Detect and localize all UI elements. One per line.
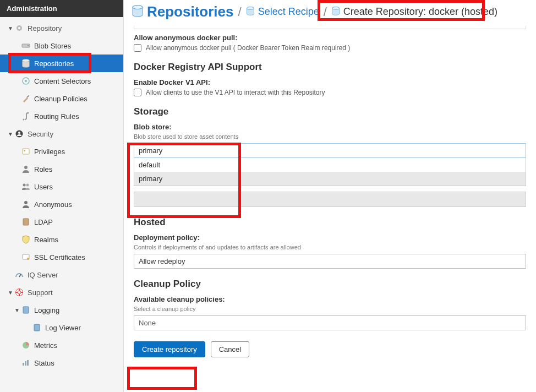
svg-rect-21 <box>23 219 29 225</box>
sidebar-item-cleanup-policies[interactable]: Cleanup Policies <box>0 90 123 107</box>
deployment-policy-select[interactable]: Allow redeploy <box>134 254 526 269</box>
blob-store-option-default[interactable]: default <box>134 158 526 172</box>
sidebar-item-repositories[interactable]: Repositories <box>0 55 123 72</box>
notebook-icon <box>32 323 42 332</box>
users-icon <box>21 182 31 191</box>
enable-v1-checkbox-label: Allow clients to use the V1 API to inter… <box>146 89 325 96</box>
gear-icon <box>14 24 24 32</box>
database-icon <box>246 7 255 17</box>
svg-rect-30 <box>23 363 24 366</box>
cleanup-policies-select[interactable]: None <box>134 315 526 330</box>
sidebar-item-status[interactable]: Status <box>0 354 123 372</box>
breadcrumb: Repositories / Select Recipe / Create Re… <box>124 0 536 26</box>
caret-down-icon: ▼ <box>13 307 21 313</box>
svg-point-26 <box>18 291 21 294</box>
sidebar-item-roles[interactable]: Roles <box>0 160 123 178</box>
barchart-icon <box>21 358 31 367</box>
svg-line-24 <box>19 274 21 277</box>
blob-store-desc: Blob store used to store asset contents <box>134 133 526 140</box>
meter-icon <box>14 270 24 279</box>
sidebar-item-blob-stores[interactable]: Blob Stores <box>0 37 123 55</box>
sidebar-item-routing-rules[interactable]: Routing Rules <box>0 107 123 125</box>
blob-store-dropdown: default primary <box>134 158 526 186</box>
caret-down-icon: ▼ <box>7 131 14 137</box>
strict-validation-row <box>134 192 526 207</box>
database-icon <box>132 5 144 19</box>
svg-rect-27 <box>23 307 29 313</box>
svg-rect-32 <box>27 360 29 366</box>
lifesaver-icon <box>14 288 24 297</box>
blob-store-option-primary[interactable]: primary <box>134 172 526 186</box>
sidebar-item-content-selectors[interactable]: Content Selectors <box>0 72 123 90</box>
notebook-icon <box>21 306 31 314</box>
svg-rect-16 <box>24 150 25 151</box>
hosted-heading: Hosted <box>134 217 526 228</box>
book-icon <box>21 217 31 226</box>
svg-point-19 <box>26 184 29 187</box>
main-panel: Repositories / Select Recipe / Create Re… <box>124 0 536 392</box>
sidebar-item-anonymous[interactable]: Anonymous <box>0 195 123 213</box>
enable-v1-label: Enable Docker V1 API: <box>134 78 526 86</box>
anon-pull-checkbox[interactable] <box>134 44 141 52</box>
piechart-icon <box>21 341 31 350</box>
api-support-heading: Docker Registry API Support <box>134 62 526 73</box>
target-icon <box>21 77 31 85</box>
blob-store-select[interactable] <box>134 143 526 158</box>
deployment-policy-label: Deployment policy: <box>134 233 526 242</box>
anon-pull-checkbox-label: Allow anonymous docker pull ( Docker Bea… <box>146 44 350 52</box>
badge-icon <box>14 129 24 138</box>
deployment-policy-desc: Controls if deployments of and updates t… <box>134 244 526 251</box>
route-icon <box>21 112 31 121</box>
shield-icon <box>21 235 31 244</box>
svg-rect-28 <box>34 324 40 331</box>
cancel-button[interactable]: Cancel <box>211 341 249 357</box>
breadcrumb-select-recipe[interactable]: Select Recipe <box>258 6 319 18</box>
breadcrumb-title[interactable]: Repositories <box>147 3 234 20</box>
anon-pull-label: Allow anonymous docker pull: <box>134 34 526 42</box>
svg-rect-31 <box>25 361 26 366</box>
blob-store-label: Blob store: <box>134 123 526 131</box>
create-repository-button[interactable]: Create repository <box>134 341 205 357</box>
storage-heading: Storage <box>134 106 526 117</box>
database-icon <box>21 59 31 68</box>
enable-v1-checkbox[interactable] <box>134 89 141 96</box>
idcard-icon <box>21 147 31 156</box>
svg-point-9 <box>25 80 27 82</box>
svg-point-12 <box>23 119 25 121</box>
sidebar-item-realms[interactable]: Realms <box>0 231 123 248</box>
svg-point-17 <box>24 166 28 169</box>
anon-pull-checkbox-row[interactable]: Allow anonymous docker pull ( Docker Bea… <box>134 44 526 52</box>
breadcrumb-current: Create Repository: docker (hosted) <box>343 6 497 18</box>
caret-down-icon: ▼ <box>7 25 14 31</box>
svg-point-11 <box>28 112 29 114</box>
svg-rect-15 <box>23 149 29 154</box>
sidebar-item-metrics[interactable]: Metrics <box>0 336 123 354</box>
sidebar-group-support[interactable]: ▼ Support <box>0 284 123 301</box>
clipped-field <box>134 26 526 29</box>
database-icon <box>331 7 340 17</box>
sidebar-item-logging[interactable]: ▼ Logging <box>0 301 123 319</box>
sidebar-item-ssl-certificates[interactable]: SSL Certificates <box>0 248 123 266</box>
svg-point-7 <box>28 45 29 46</box>
hdd-icon <box>21 41 31 50</box>
svg-point-23 <box>27 258 29 260</box>
sidebar-item-iq-server[interactable]: IQ Server <box>0 266 123 284</box>
sidebar-header: Administration <box>0 0 123 17</box>
sidebar-group-repository[interactable]: ▼ Repository <box>0 19 123 37</box>
sidebar-item-log-viewer[interactable]: Log Viewer <box>0 319 123 336</box>
sidebar-item-ldap[interactable]: LDAP <box>0 213 123 231</box>
cleanup-policies-label: Available cleanup policies: <box>134 295 526 303</box>
certificate-icon <box>21 253 31 262</box>
svg-point-18 <box>23 184 26 187</box>
svg-point-20 <box>24 201 28 204</box>
enable-v1-checkbox-row[interactable]: Allow clients to use the V1 API to inter… <box>134 89 526 96</box>
sidebar-group-security[interactable]: ▼ Security <box>0 125 123 143</box>
form-actions: Create repository Cancel <box>134 341 526 357</box>
sidebar-item-privileges[interactable]: Privileges <box>0 143 123 160</box>
sidebar-item-users[interactable]: Users <box>0 178 123 195</box>
anonymous-icon <box>21 200 31 209</box>
broom-icon <box>21 94 31 103</box>
sidebar: Administration ▼ Repository Blob Stores … <box>0 0 124 392</box>
caret-down-icon: ▼ <box>7 290 14 296</box>
breadcrumb-separator: / <box>237 5 243 19</box>
